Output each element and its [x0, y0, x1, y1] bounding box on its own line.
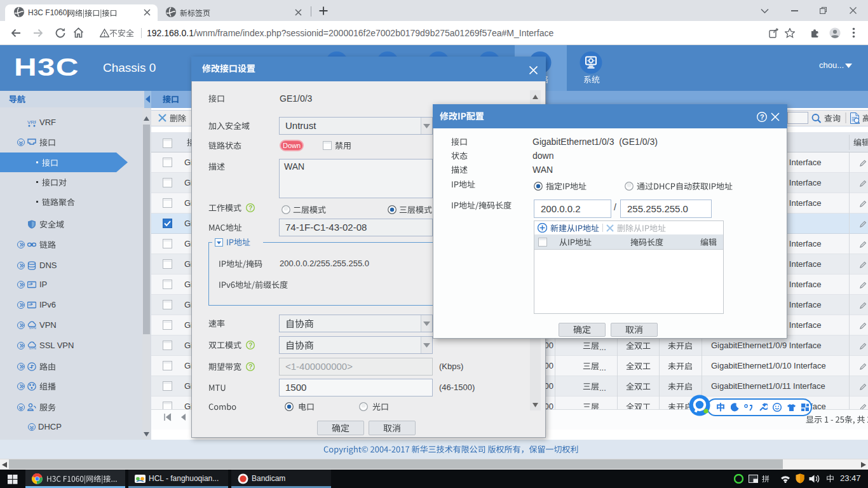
svg-text:?: ?	[248, 205, 252, 212]
svg-text:?: ?	[760, 113, 764, 121]
svg-text:VPN: VPN	[29, 346, 36, 350]
svg-text:VRF: VRF	[27, 119, 36, 125]
svg-text:?: ?	[248, 363, 252, 370]
svg-text:VPN: VPN	[29, 326, 36, 330]
svg-text:?: ?	[248, 342, 252, 349]
